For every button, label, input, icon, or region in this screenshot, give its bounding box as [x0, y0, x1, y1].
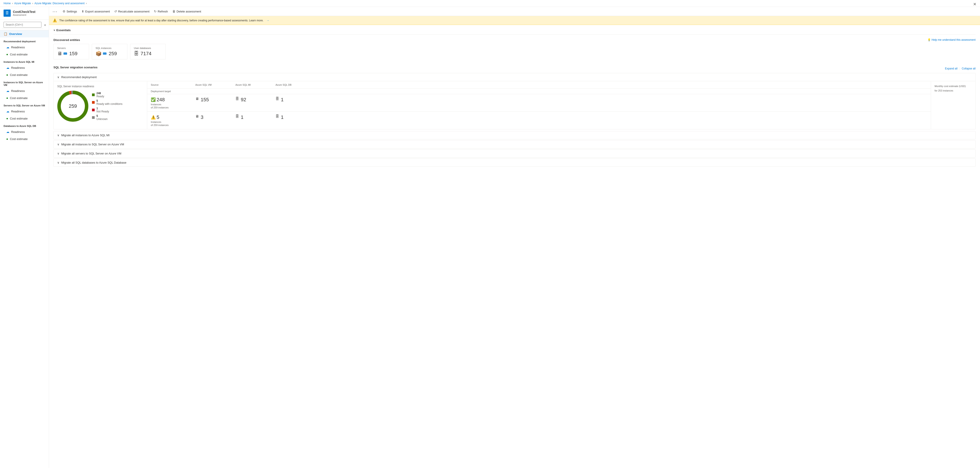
chart-panel: SQL Server instance readiness: [54, 81, 147, 129]
sidebar-item-label: Cost estimate: [10, 117, 27, 120]
legend-not-ready-label: Not Ready: [97, 110, 109, 113]
sidebar-item-overview[interactable]: 📋 Overview: [0, 30, 49, 37]
sidebar-item-sqldb-readiness[interactable]: ☁ Readiness: [0, 128, 49, 135]
entity-card-servers[interactable]: Servers 🖥 SQL 159: [54, 44, 89, 59]
expand-collapse-controls: Expand all | Collapse all: [945, 67, 975, 70]
entity-card-user-databases[interactable]: User databases 🗄 7174: [130, 44, 166, 59]
discovered-entities-title: Discovered entities: [54, 38, 166, 42]
data-panel: Source Azure SQL VM Azure SQL MI Azure S…: [147, 81, 931, 129]
collapse-all-link[interactable]: Collapse all: [962, 67, 975, 70]
sidebar-item-label: Cost estimate: [10, 73, 27, 76]
export-button[interactable]: ⬇ Export assessment: [79, 8, 112, 14]
entity-user-databases-value: 7174: [140, 51, 151, 57]
deployment-target-header: Deployment target: [147, 89, 931, 94]
warning-count: 5: [157, 114, 159, 120]
chevron-migrate-sql-db: ∨: [57, 161, 59, 164]
sidebar-item-sqlmi-readiness[interactable]: ☁ Readiness: [0, 64, 49, 71]
cost-icon-3: ●: [6, 96, 8, 100]
recommended-body: SQL Server instance readiness: [54, 81, 975, 129]
scenario-migrate-sql-vm-header[interactable]: ∨ Migrate all instances to SQL Server on…: [54, 141, 975, 148]
scenario-migrate-sql-mi-header[interactable]: ∨ Migrate all instances to Azure SQL MI: [54, 132, 975, 139]
expand-all-link[interactable]: Expand all: [945, 67, 958, 70]
more-options-dots[interactable]: ···: [52, 9, 58, 14]
close-button[interactable]: ✕: [973, 2, 977, 7]
settings-button[interactable]: ⚙ Settings: [60, 8, 79, 14]
sql-instances-db-icon: SQL: [102, 51, 107, 56]
legend-unknown-dot: [92, 116, 95, 119]
chevron-migrate-sql-mi: ∨: [57, 133, 59, 137]
app-icon: 🗄: [3, 10, 11, 17]
scenario-migrate-sql-db-label: Migrate all SQL databases to Azure SQL D…: [61, 161, 126, 164]
sidebar-item-label: Cost estimate: [10, 137, 27, 141]
alert-banner: ⚠️ The confidence rating of the assessme…: [49, 16, 980, 25]
sidebar-item-rec-cost[interactable]: ● Cost estimate: [0, 51, 49, 58]
overview-icon: 📋: [3, 32, 7, 36]
ready-sub: of 259 instances: [151, 106, 169, 109]
db-icon-2: 🗄: [275, 114, 279, 119]
donut-center-value: 259: [69, 103, 77, 109]
scenario-recommended-header[interactable]: ∨ Recommended deployment: [54, 73, 975, 81]
alert-learn-more-link[interactable]: →: [267, 19, 269, 22]
scenario-migrate-servers-vm-label: Migrate all servers to SQL Server on Azu…: [61, 152, 121, 155]
sidebar-collapse-button[interactable]: «: [43, 22, 47, 28]
legend-not-ready: 1 Not Ready: [92, 107, 123, 113]
cost-panel-sub: for 253 instances: [935, 89, 972, 92]
scenario-recommended-label: Recommended deployment: [61, 76, 97, 79]
help-link[interactable]: 💡 Help me understand this assessment: [928, 38, 975, 41]
mi-icon-1: 🗄: [235, 97, 239, 101]
chevron-migrate-sql-vm: ∨: [57, 143, 59, 146]
scenario-recommended-chevron: ∨: [57, 76, 59, 79]
cost-icon-2: ●: [6, 73, 8, 76]
vm-icon-1: 🖥: [195, 97, 199, 101]
scenario-migrate-sql-mi: ∨ Migrate all instances to Azure SQL MI: [54, 131, 975, 139]
search-input[interactable]: [3, 22, 41, 28]
breadcrumb-home[interactable]: Home: [3, 2, 11, 5]
breadcrumb-discovery[interactable]: Azure Migrate: Discovery and assessment: [35, 2, 84, 5]
sidebar-item-srvvm-cost[interactable]: ● Cost estimate: [0, 115, 49, 122]
entity-sql-instances-value: 259: [109, 51, 117, 57]
sidebar-item-sqlvm-readiness[interactable]: ☁ Readiness: [0, 87, 49, 94]
main-content: ··· ⚙ Settings ⬇ Export assessment ↺ Rec…: [49, 7, 980, 468]
sql-instances-icon: 📦: [95, 51, 102, 57]
sidebar-item-rec-readiness[interactable]: ☁ Readiness: [0, 44, 49, 51]
sidebar-item-sqldb-cost[interactable]: ● Cost estimate: [0, 135, 49, 143]
legend-unknown: 5 Unknown: [92, 114, 123, 120]
cost-icon-5: ●: [6, 137, 8, 141]
legend-unknown-label: Unknown: [97, 117, 108, 120]
legend-unknown-value: 5: [97, 114, 108, 117]
cost-icon-4: ●: [6, 117, 8, 120]
svg-text:SQL: SQL: [103, 53, 107, 55]
chevron-migrate-servers-vm: ∨: [57, 152, 59, 155]
refresh-button[interactable]: ↻ Refresh: [152, 8, 170, 14]
sidebar-section-sqlmi: Instances to Azure SQL MI: [0, 58, 49, 64]
cloud-icon-3: ☁: [6, 89, 10, 93]
source-warning: ⚠️ 5 Instances of 259 instances: [151, 114, 195, 127]
vm-icon-2: 🖥: [195, 114, 199, 119]
recalculate-button[interactable]: ↺ Recalculate assessment: [112, 8, 152, 14]
cost-panel-title: Monthly cost estimate (USD): [935, 85, 972, 87]
sidebar-item-label: Overview: [9, 32, 22, 36]
target-mi-ready: 🗄 92: [235, 97, 275, 103]
sidebar-item-srvvm-readiness[interactable]: ☁ Readiness: [0, 108, 49, 115]
discovered-entities-section: Discovered entities Servers 🖥 SQL 159: [54, 38, 166, 64]
scenario-migrate-sql-db-header[interactable]: ∨ Migrate all SQL databases to Azure SQL…: [54, 159, 975, 166]
entity-card-sql-instances[interactable]: SQL instances 📦 SQL 259: [92, 44, 127, 59]
toolbar: ··· ⚙ Settings ⬇ Export assessment ↺ Rec…: [49, 7, 980, 16]
help-link-label: Help me understand this assessment: [932, 38, 975, 41]
sidebar-item-sqlvm-cost[interactable]: ● Cost estimate: [0, 94, 49, 101]
delete-button[interactable]: 🗑 Delete assessment: [170, 8, 204, 14]
entity-servers-value: 159: [69, 51, 78, 57]
legend-ready-conditions-dot: [92, 101, 95, 104]
sidebar-item-label: Readiness: [11, 46, 25, 49]
sidebar-item-label: Readiness: [11, 130, 25, 133]
sidebar: 🗄 CostCheckTest Assessment « 📋 Overview …: [0, 7, 49, 468]
delete-icon: 🗑: [172, 10, 175, 13]
scenario-migrate-servers-vm-header[interactable]: ∨ Migrate all servers to SQL Server on A…: [54, 150, 975, 157]
sidebar-item-sqlmi-cost[interactable]: ● Cost estimate: [0, 71, 49, 78]
breadcrumb-azure-migrate[interactable]: Azure Migrate: [14, 2, 31, 5]
essentials-section[interactable]: ∨ Essentials: [54, 29, 975, 32]
legend-ready-label: Ready: [97, 95, 104, 98]
app-title: CostCheckTest: [13, 10, 35, 14]
cloud-icon-1: ☁: [6, 45, 10, 49]
warning-sub: of 259 instances: [151, 124, 169, 127]
